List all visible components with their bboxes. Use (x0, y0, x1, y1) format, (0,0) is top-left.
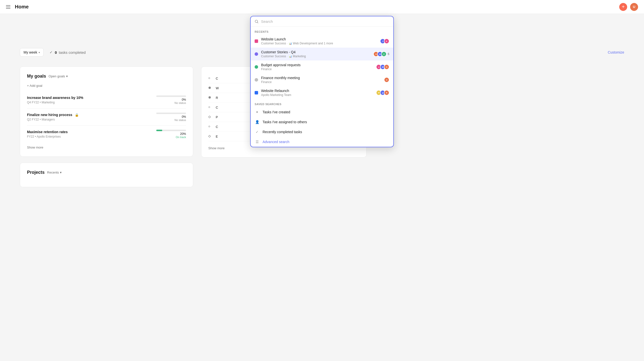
goal-info: Finalize new hiring process 🔒 Q2 FY22 • … (27, 113, 79, 121)
search-dropdown: Recents Website Launch Customer Success … (250, 16, 394, 147)
result-color-dot (255, 91, 258, 95)
result-avatars: J K (380, 39, 389, 44)
topnav-left: Home (6, 4, 29, 10)
topnav: Home + U (0, 0, 644, 14)
search-input[interactable] (261, 19, 389, 24)
search-result-item[interactable]: Finance monthly meeting Finance O (251, 73, 393, 86)
avatar[interactable]: U (630, 3, 638, 11)
lock-icon: 🔒 (75, 113, 79, 117)
saved-search-label: Recently completed tasks (262, 130, 302, 134)
result-meta: Finance (261, 68, 373, 71)
projects-card: Projects Recents ▾ (20, 163, 193, 187)
chevron-down-icon: ▾ (60, 171, 62, 174)
avatar-count: 6 (388, 52, 389, 56)
progress-pct: 20% (156, 132, 186, 136)
result-meta: Apollo Marketing Team (261, 93, 373, 97)
show-more-goals-button[interactable]: Show more (27, 146, 43, 149)
result-avatars: A B C 6 (373, 51, 389, 57)
progress-status: No status (156, 101, 186, 104)
goal-meta: FY22 • Apollo Enterprises (27, 135, 68, 138)
chevron-down-icon: ▾ (66, 74, 68, 78)
timer-icon: ⊗ (208, 86, 213, 90)
search-result-item[interactable]: Budget approval requests Finance L M N (251, 61, 393, 73)
goals-card: My goals Open goals ▾ + Add goal Increas… (20, 67, 193, 157)
tasks-count: 0 (55, 50, 57, 55)
projects-subtitle[interactable]: Recents ▾ (47, 171, 62, 174)
result-name: Budget approval requests (261, 63, 373, 67)
goal-info: Maximise retention rates FY22 • Apollo E… (27, 130, 68, 138)
goal-item[interactable]: Finalize new hiring process 🔒 Q2 FY22 • … (27, 109, 186, 126)
diamond-icon: ◇ (208, 115, 213, 119)
goals-title: My goals (27, 74, 46, 79)
progress-pct: 0% (156, 115, 186, 119)
show-more-tasks-button[interactable]: Show more (208, 146, 225, 150)
progress-fill (156, 130, 162, 131)
goal-right: 0% No status (156, 96, 186, 104)
result-info: Finance monthly meeting Finance (261, 76, 381, 84)
result-name: Website Launch (261, 37, 377, 41)
progress-pct: 0% (156, 98, 186, 101)
person-icon: 👤 (255, 120, 260, 125)
check-circle-icon: ○ (208, 125, 213, 129)
main-content: Monday, November Good morning, My week ▾… (0, 14, 644, 197)
result-meta: Finance (261, 80, 381, 84)
saved-search-label: Tasks I've assigned to others (262, 120, 307, 124)
goal-name: Maximise retention rates (27, 130, 68, 134)
result-avatars: L M N (376, 64, 389, 70)
result-info: Budget approval requests Finance (261, 63, 373, 71)
left-column: My goals Open goals ▾ + Add goal Increas… (20, 67, 193, 187)
sparkle-icon: ✦ (255, 110, 260, 115)
saved-search-item[interactable]: ✦ Tasks I've created (251, 107, 393, 117)
goal-right: 20% On track (156, 130, 186, 139)
advanced-search-label: Advanced search (262, 140, 289, 144)
saved-search-item[interactable]: ✓ Recently completed tasks (251, 127, 393, 137)
goal-item[interactable]: Increase brand awareness by 10% Q4 FY22 … (27, 92, 186, 109)
result-name: Customer Stories - Q4 (261, 50, 370, 54)
week-selector[interactable]: My week ▾ (20, 48, 44, 57)
chevron-down-icon: ▾ (39, 51, 40, 54)
check-circle-icon: ○ (208, 105, 213, 110)
progress-bar (156, 130, 186, 131)
progress-bar (156, 96, 186, 97)
goal-item[interactable]: Maximise retention rates FY22 • Apollo E… (27, 126, 186, 143)
search-icon (255, 20, 258, 24)
add-goal-button[interactable]: + Add goal (27, 84, 42, 88)
goals-card-header: My goals Open goals ▾ (27, 74, 186, 79)
customize-button[interactable]: Customize (608, 50, 624, 54)
tasks-completed: ✓ 0 tasks completed (50, 50, 86, 55)
goal-meta: Q4 FY22 • Marketing (27, 101, 83, 104)
projects-title: Projects (27, 170, 44, 175)
filter-icon: ☰ (255, 139, 260, 144)
search-result-item[interactable]: Customer Stories - Q4 Customer Success ·… (251, 48, 393, 61)
add-button[interactable]: + (619, 3, 627, 11)
result-info: Website Launch Customer Success · 📊 Web … (261, 37, 377, 45)
goal-meta: Q2 FY22 • Managers (27, 118, 79, 121)
progress-status: On track (156, 136, 186, 139)
svg-line-1 (257, 22, 258, 23)
result-avatars: P Q R (376, 90, 389, 96)
goals-subtitle[interactable]: Open goals ▾ (48, 74, 68, 78)
check-circle-icon: ○ (208, 76, 213, 81)
result-info: Customer Stories - Q4 Customer Success ·… (261, 50, 370, 58)
recents-label: Recents (251, 27, 393, 35)
result-info: Website Relaunch Apollo Marketing Team (261, 89, 373, 97)
progress-status: No status (156, 119, 186, 122)
hamburger-menu[interactable] (6, 5, 11, 10)
result-name: Finance monthly meeting (261, 76, 381, 80)
search-result-item[interactable]: Website Relaunch Apollo Marketing Team P… (251, 86, 393, 99)
search-result-item[interactable]: Website Launch Customer Success · 📊 Web … (251, 35, 393, 48)
result-avatars: O (384, 77, 389, 83)
goal-info: Increase brand awareness by 10% Q4 FY22 … (27, 96, 83, 104)
projects-card-header: Projects Recents ▾ (27, 170, 186, 175)
page-title: Home (15, 4, 29, 10)
timer-icon: ⊗ (208, 96, 213, 100)
result-meta: Customer Success · 📊 Marketing (261, 55, 370, 58)
result-meta: Customer Success · 📊 Web Development and… (261, 42, 377, 45)
progress-bar (156, 113, 186, 114)
tasks-completed-label: tasks completed (59, 50, 86, 55)
result-color-dot (255, 78, 258, 82)
advanced-search-item[interactable]: ☰ Advanced search (251, 137, 393, 147)
saved-search-item[interactable]: 👤 Tasks I've assigned to others (251, 117, 393, 127)
check-circle-icon: ✓ (255, 129, 260, 134)
diamond-icon: ◇ (208, 134, 213, 139)
